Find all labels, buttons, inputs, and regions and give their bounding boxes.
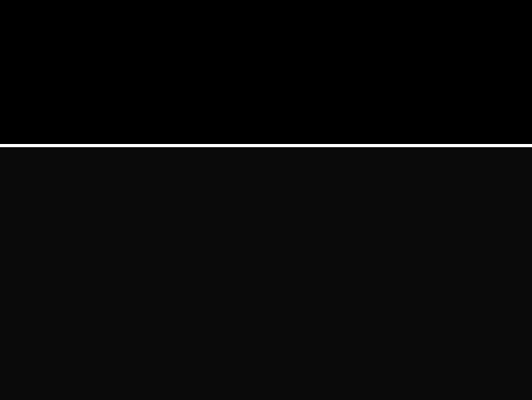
- log-panel-top: [0, 0, 532, 144]
- log-panel-bottom: [0, 147, 532, 400]
